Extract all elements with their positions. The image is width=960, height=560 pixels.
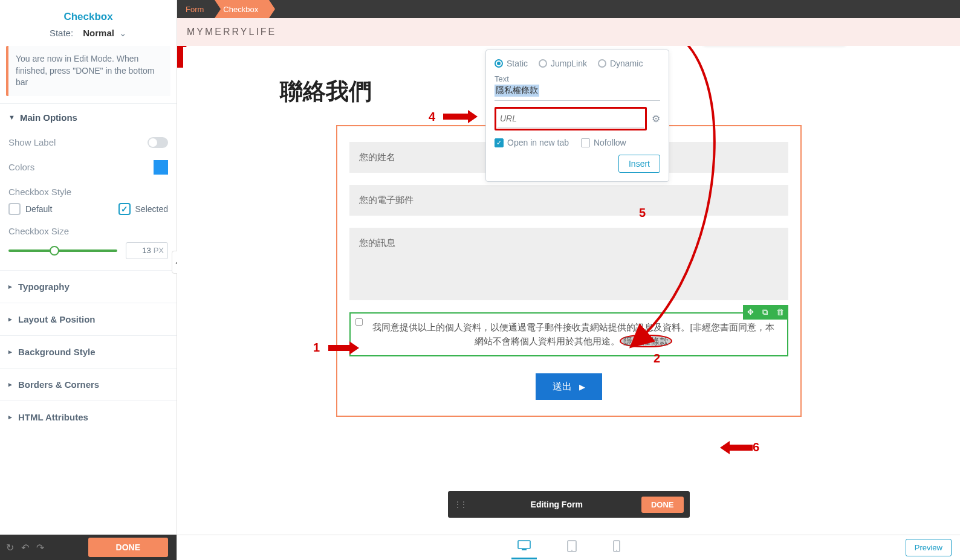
svg-rect-2 (522, 549, 527, 550)
canvas: 聯絡我們 您的姓名 您的電子郵件 您的訊息 ✥ ⧉ 🗑 我同意提供以上的個人資料… (177, 46, 960, 535)
checkbox-checked-icon (118, 203, 131, 215)
show-label-toggle[interactable] (148, 137, 168, 148)
color-picker[interactable] (154, 160, 168, 175)
slider-thumb[interactable] (50, 246, 59, 256)
text-field-label: Text (495, 74, 660, 83)
sidebar: Checkbox State: Normal ⌄ You are now in … (0, 0, 177, 560)
size-slider[interactable] (8, 249, 117, 252)
insert-button[interactable]: Insert (618, 155, 660, 173)
caret-right-icon: ▸ (8, 315, 12, 323)
section-background[interactable]: ▸Background Style (0, 335, 177, 368)
checkbox-size-label: Checkbox Size (8, 226, 168, 236)
checkbox-style-label: Checkbox Style (8, 187, 71, 197)
email-field[interactable]: 您的電子郵件 (349, 185, 788, 216)
breadcrumb: Form Checkbox (177, 0, 960, 18)
editing-form-bar: ⋮⋮ Editing Form DONE (448, 491, 690, 518)
tablet-icon[interactable] (561, 536, 583, 559)
annotation-6: 6 (753, 440, 759, 454)
edit-mode-notice: You are now in Edit Mode. When finished,… (6, 46, 170, 96)
breadcrumb-form[interactable]: Form (177, 0, 215, 18)
move-icon[interactable]: ✥ (743, 305, 758, 320)
svg-rect-1 (518, 541, 530, 549)
breadcrumb-checkbox[interactable]: Checkbox (215, 0, 269, 18)
consent-checkbox[interactable] (355, 318, 363, 326)
brand-bar: MYMERRYLIFE (177, 18, 960, 46)
svg-point-6 (616, 550, 617, 551)
radio-off-icon (598, 59, 606, 68)
caret-right-icon: ▸ (8, 348, 12, 356)
checkbox-icon (8, 203, 21, 215)
preview-button[interactable]: Preview (906, 539, 952, 556)
caret-down-icon: ▼ (8, 114, 15, 121)
link-type-jumplink[interactable]: JumpLink (539, 59, 587, 68)
style-default-option[interactable]: Default (8, 203, 52, 215)
url-input[interactable] (498, 110, 644, 127)
submit-button[interactable]: 送出 ▶ (536, 373, 602, 400)
state-value: Normal (83, 28, 114, 38)
style-selected-option[interactable]: Selected (118, 203, 168, 215)
section-layout[interactable]: ▸Layout & Position (0, 303, 177, 335)
arrow-right-icon: ▶ (579, 382, 585, 391)
link-type-dynamic[interactable]: Dynamic (598, 59, 643, 68)
radio-on-icon (495, 59, 503, 68)
state-selector[interactable]: State: Normal ⌄ (0, 28, 177, 46)
link-type-static[interactable]: Static (495, 59, 528, 68)
sidebar-title: Checkbox (0, 0, 177, 28)
size-input[interactable]: 13 PX (126, 242, 168, 259)
radio-off-icon (539, 59, 547, 68)
annotation-3: 3 (638, 46, 644, 49)
nofollow-checkbox[interactable]: Nofollow (581, 138, 626, 147)
section-typography[interactable]: ▸Typography (0, 270, 177, 303)
annotation-1: 1 (313, 341, 320, 355)
link-text-value[interactable]: 隱私權條款 (495, 85, 539, 97)
checkbox-on-icon: ✓ (495, 138, 504, 147)
caret-right-icon: ▸ (8, 381, 12, 388)
colors-label: Colors (8, 162, 34, 172)
chevron-down-icon: ⌄ (119, 28, 127, 38)
drag-grip-icon[interactable]: ⋮⋮ (448, 500, 472, 509)
mobile-icon[interactable] (607, 536, 626, 559)
desktop-icon[interactable] (511, 536, 537, 559)
history-icon[interactable]: ↻ (6, 542, 14, 553)
svg-point-4 (571, 550, 572, 551)
redo-icon[interactable]: ↷ (36, 542, 44, 553)
message-field[interactable]: 您的訊息 (349, 228, 788, 300)
state-label: State: (50, 28, 73, 38)
section-borders[interactable]: ▸Borders & Corners (0, 368, 177, 401)
link-panel: Static JumpLink Dynamic Text 隱私權條款 ⚙ ✓Op… (485, 50, 669, 182)
duplicate-icon[interactable]: ⧉ (758, 305, 772, 320)
sidebar-done-button[interactable]: DONE (88, 538, 168, 557)
main-options-header[interactable]: ▼ Main Options (0, 104, 177, 131)
consent-checkbox-block[interactable]: ✥ ⧉ 🗑 我同意提供以上的個人資料，以便通過電子郵件接收貴網站提供的訊息及資料… (349, 312, 788, 356)
section-html-attributes[interactable]: ▸HTML Attributes (0, 401, 177, 433)
delete-icon[interactable]: 🗑 (772, 305, 788, 320)
caret-right-icon: ▸ (8, 283, 12, 291)
caret-right-icon: ▸ (8, 413, 12, 421)
privacy-link-text[interactable]: 隱私權條款 (620, 335, 672, 347)
annotation-4: 4 (429, 110, 435, 124)
gear-icon[interactable]: ⚙ (652, 113, 660, 124)
editing-done-button[interactable]: DONE (641, 497, 684, 513)
editing-form-label: Editing Form (472, 500, 641, 509)
undo-icon[interactable]: ↶ (21, 542, 29, 553)
url-input-highlight (495, 107, 647, 130)
element-toolbar: ✥ ⧉ 🗑 (743, 305, 788, 320)
main-canvas-area: Form Checkbox MYMERRYLIFE 聯絡我們 您的姓名 您的電子… (177, 0, 960, 560)
show-label-text: Show Label (8, 137, 56, 147)
checkbox-off-icon (581, 138, 590, 147)
consent-text[interactable]: 我同意提供以上的個人資料，以便通過電子郵件接收貴網站提供的訊息及資料。[非經您書… (371, 321, 776, 348)
open-new-tab-checkbox[interactable]: ✓Open in new tab (495, 138, 569, 147)
device-bar: Preview (177, 535, 960, 560)
